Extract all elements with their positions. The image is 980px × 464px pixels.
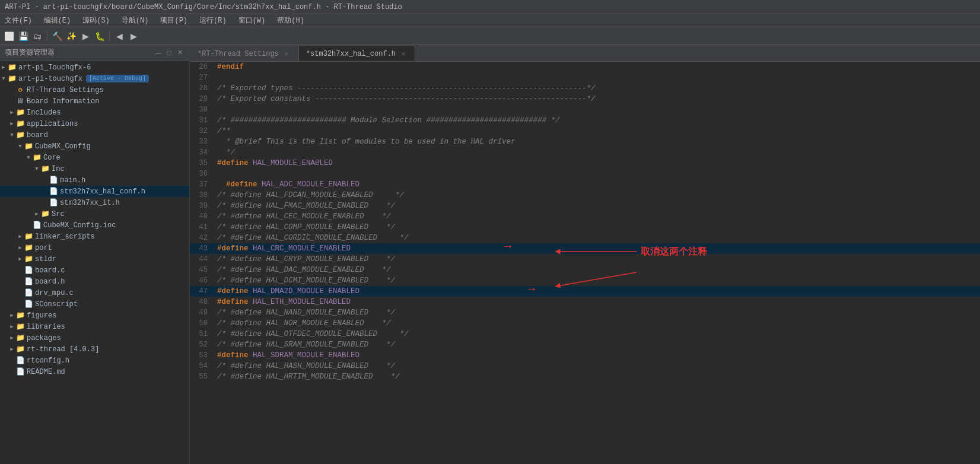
- tree-item-cubemx-ioc[interactable]: 📄 CubeMX_Config.ioc: [0, 220, 189, 231]
- tree-label: Core: [43, 154, 61, 162]
- tree-label: rt-thread [4.0.3]: [27, 345, 99, 354]
- tree-item-stldr[interactable]: ▶ 📁 stldr: [0, 253, 189, 265]
- tree-label: drv_mpu.c: [35, 289, 74, 297]
- tree-label: art-pi_Touchgfx-6: [18, 63, 91, 72]
- code-line-46: 46 /* #define HAL_DCMI_MODULE_ENABLED */: [190, 275, 980, 286]
- tree-item-port[interactable]: ▶ 📁 port: [0, 242, 189, 253]
- menu-project[interactable]: 项目(P): [158, 15, 190, 26]
- tree-file-icon: 📁: [32, 153, 42, 162]
- tree-item-includes[interactable]: ▶ 📁 Includes: [0, 107, 189, 118]
- code-line-37: 37 #define HAL_ADC_MODULE_ENABLED: [190, 179, 980, 190]
- tree-item-drv-mpu-c[interactable]: 📄 drv_mpu.c: [0, 287, 189, 298]
- line-number: 27: [190, 72, 215, 83]
- tree-arrow: ▶: [8, 312, 15, 319]
- toolbar-clean[interactable]: ✨: [65, 30, 78, 43]
- menu-edit[interactable]: 编辑(E): [42, 15, 74, 26]
- toolbar-back[interactable]: ◀: [113, 30, 126, 43]
- tab-rt-settings-close[interactable]: ✕: [282, 50, 291, 58]
- line-content: /* #define HAL_DCMI_MODULE_ENABLED */: [215, 275, 980, 286]
- menu-file[interactable]: 文件(F): [2, 15, 34, 26]
- toolbar-debug[interactable]: 🐛: [93, 30, 106, 43]
- menu-window[interactable]: 窗口(W): [236, 15, 268, 26]
- tree-item-libraries[interactable]: ▶ 📁 libraries: [0, 321, 189, 332]
- tree-arrow: ▶: [8, 335, 15, 341]
- line-content: * @brief This is the list of modules to …: [215, 136, 980, 147]
- tree-label: figures: [27, 312, 56, 320]
- tree-arrow: ▼: [33, 166, 40, 172]
- tree-item-stm32h7xx-it[interactable]: 📄 stm32h7xx_it.h: [0, 197, 189, 208]
- code-line-27: 27: [190, 72, 980, 83]
- tree-item-board-info[interactable]: 🖥 Board Information: [0, 96, 189, 107]
- code-line-40: 40 /* #define HAL_CEC_MODULE_ENABLED */: [190, 211, 980, 222]
- line-number: 38: [190, 190, 215, 201]
- tree-arrow: ▶: [17, 244, 24, 251]
- tree-item-stm32h7xx-hal-conf[interactable]: 📄 stm32h7xx_hal_conf.h: [0, 186, 189, 197]
- tree-item-board-c[interactable]: 📄 board.c: [0, 265, 189, 276]
- tree-item-sconscript[interactable]: 📄 SConscript: [0, 298, 189, 310]
- tree-label: board: [27, 131, 48, 139]
- panel-close[interactable]: ✕: [175, 48, 184, 58]
- code-line-33: 33 * @brief This is the list of modules …: [190, 136, 980, 147]
- tree-item-rt-thread[interactable]: ▶ 📁 rt-thread [4.0.3]: [0, 344, 189, 355]
- tree-file-icon: 📁: [24, 142, 33, 151]
- code-line-32: 32 /**: [190, 126, 980, 136]
- tree-label: main.h: [60, 176, 85, 185]
- menu-help[interactable]: 帮助(H): [275, 15, 307, 26]
- tab-hal-conf[interactable]: *stm32h7xx_hal_conf.h ✕: [298, 46, 415, 61]
- tree-item-figures[interactable]: ▶ 📁 figures: [0, 310, 189, 321]
- line-number: 43: [190, 243, 215, 254]
- line-number: 53: [190, 350, 215, 361]
- tree-file-icon: 📁: [7, 63, 17, 72]
- toolbar-run[interactable]: ▶: [79, 30, 92, 43]
- tree-item-root1[interactable]: ▶ 📁 art-pi_Touchgfx-6: [0, 62, 189, 73]
- panel-maximize[interactable]: □: [164, 48, 174, 58]
- tree-item-core[interactable]: ▼ 📁 Core: [0, 152, 189, 163]
- line-content: /* Exported types ----------------------…: [215, 83, 980, 94]
- line-content: /* #define HAL_HRTIM_MODULE_ENABLED */: [215, 371, 980, 382]
- line-content: */: [215, 147, 980, 158]
- tree-item-applications[interactable]: ▶ 📁 applications: [0, 118, 189, 129]
- tree-item-inc[interactable]: ▼ 📁 Inc: [0, 163, 189, 174]
- tree-item-board-h[interactable]: 📄 board.h: [0, 276, 189, 287]
- tab-hal-conf-close[interactable]: ✕: [399, 50, 408, 58]
- tree-label: README.md: [27, 368, 65, 376]
- tree-item-rt-settings[interactable]: ⚙ RT-Thread Settings: [0, 84, 189, 96]
- toolbar-saveall[interactable]: 🗂: [31, 30, 44, 43]
- tree-file-icon: 📁: [40, 164, 50, 173]
- panel-header: 项目资源管理器 — □ ✕: [0, 45, 189, 61]
- line-content: /* #define HAL_OTFDEC_MODULE_ENABLED */: [215, 329, 980, 339]
- tree-item-rtconfig-h[interactable]: 📄 rtconfig.h: [0, 355, 189, 366]
- tree-arrow: ▶: [17, 233, 24, 240]
- line-number: 32: [190, 126, 215, 136]
- tree-item-src[interactable]: ▶ 📁 Src: [0, 208, 189, 220]
- tree-arrow: ▼: [0, 76, 7, 82]
- code-line-50: 50 /* #define HAL_NOR_MODULE_ENABLED */: [190, 318, 980, 329]
- main-layout: 项目资源管理器 — □ ✕ ▶ 📁 art-pi_Touchgfx-6 ▼ 📁 …: [0, 45, 980, 464]
- line-number: 30: [190, 104, 215, 115]
- tree-item-linker-scripts[interactable]: ▶ 📁 linker_scripts: [0, 231, 189, 242]
- line-content: /* #define HAL_FDCAN_MODULE_ENABLED */: [215, 190, 980, 201]
- toolbar-build[interactable]: 🔨: [50, 30, 63, 43]
- tree-item-cubemx-config[interactable]: ▼ 📁 CubeMX_Config: [0, 141, 189, 152]
- panel-minimize[interactable]: —: [154, 48, 163, 58]
- line-number: 29: [190, 94, 215, 104]
- tree-item-root2[interactable]: ▼ 📁 art-pi-touchgfx [Active - Debug]: [0, 73, 189, 84]
- tree-item-board[interactable]: ▼ 📁 board: [0, 129, 189, 141]
- menu-source[interactable]: 源码(S): [80, 15, 112, 26]
- tree-item-readme-md[interactable]: 📄 README.md: [0, 366, 189, 377]
- toolbar-forward[interactable]: ▶: [127, 30, 140, 43]
- tab-hal-conf-label: *stm32h7xx_hal_conf.h: [306, 50, 396, 58]
- tree-label: applications: [27, 120, 78, 128]
- code-line-44: 44 /* #define HAL_CRYP_MODULE_ENABLED */: [190, 254, 980, 265]
- line-number: 54: [190, 361, 215, 371]
- tab-rt-thread-settings[interactable]: *RT-Thread Settings ✕: [190, 46, 298, 61]
- toolbar-save[interactable]: 💾: [17, 30, 30, 43]
- tree-arrow: ▶: [8, 120, 15, 127]
- tree-item-packages[interactable]: ▶ 📁 packages: [0, 332, 189, 344]
- toolbar-new[interactable]: ⬜: [2, 30, 15, 43]
- menu-run[interactable]: 运行(R): [197, 15, 229, 26]
- tree-item-main-h[interactable]: 📄 main.h: [0, 174, 189, 186]
- title-text: ART-PI - art-pi-touchgfx/board/CubeMX_Co…: [5, 3, 402, 11]
- code-editor[interactable]: 26 #endif 27 28 /* Exported types ------…: [190, 62, 980, 464]
- menu-navigate[interactable]: 导航(N): [119, 15, 151, 26]
